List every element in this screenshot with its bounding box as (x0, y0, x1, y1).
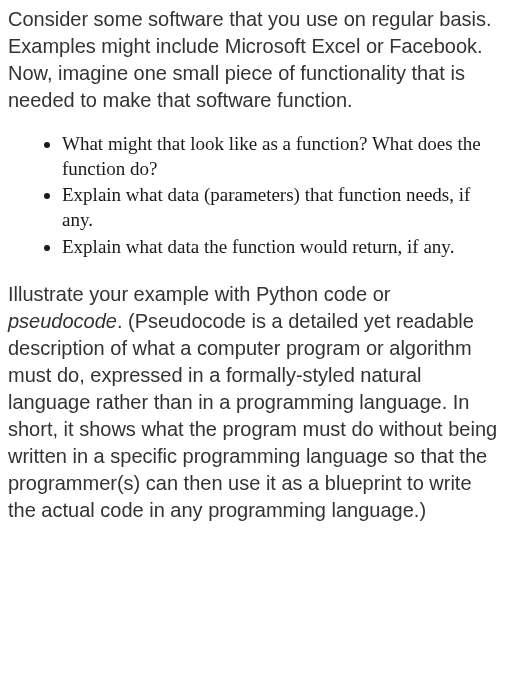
list-item: What might that look like as a function?… (62, 132, 498, 181)
outro-text-before: Illustrate your example with Python code… (8, 283, 390, 305)
outro-text-after: . (Pseudocode is a detailed yet readable… (8, 310, 497, 521)
list-item: Explain what data (parameters) that func… (62, 183, 498, 232)
outro-paragraph: Illustrate your example with Python code… (8, 281, 498, 524)
list-item: Explain what data the function would ret… (62, 235, 498, 260)
intro-paragraph: Consider some software that you use on r… (8, 6, 498, 114)
pseudocode-emphasis: pseudocode (8, 310, 117, 332)
question-list: What might that look like as a function?… (8, 132, 498, 259)
